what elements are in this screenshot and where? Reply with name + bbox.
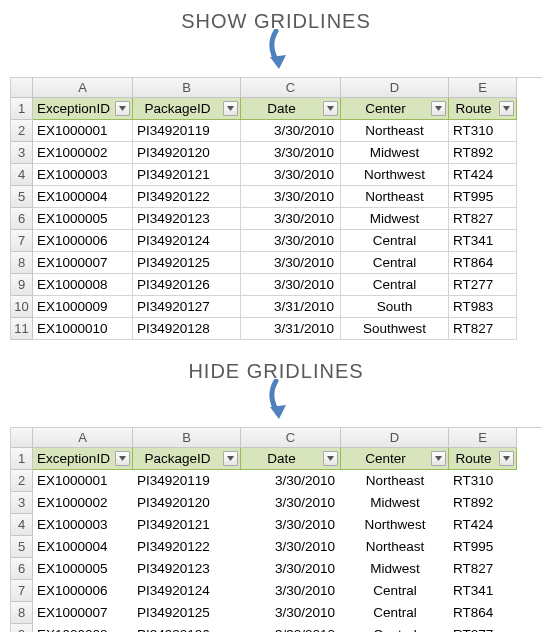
- data-cell[interactable]: RT424: [449, 514, 517, 536]
- row-header[interactable]: 8: [11, 602, 33, 624]
- column-header[interactable]: C: [241, 428, 341, 448]
- data-cell[interactable]: RT277: [449, 274, 517, 296]
- data-cell[interactable]: Southwest: [341, 318, 449, 340]
- row-header[interactable]: 11: [11, 318, 33, 340]
- data-cell[interactable]: PI34920119: [133, 470, 241, 492]
- filter-dropdown-button[interactable]: [323, 451, 338, 466]
- data-cell[interactable]: EX1000006: [33, 580, 133, 602]
- row-header[interactable]: 4: [11, 514, 33, 536]
- data-cell[interactable]: RT277: [449, 624, 517, 632]
- select-all-corner[interactable]: [11, 428, 33, 448]
- data-cell[interactable]: RT983: [449, 296, 517, 318]
- table-header-cell[interactable]: PackageID: [133, 448, 241, 470]
- row-header[interactable]: 3: [11, 142, 33, 164]
- data-cell[interactable]: Northeast: [341, 470, 449, 492]
- data-cell[interactable]: 3/30/2010: [241, 208, 341, 230]
- data-cell[interactable]: RT892: [449, 492, 517, 514]
- data-cell[interactable]: 3/31/2010: [241, 296, 341, 318]
- data-cell[interactable]: 3/30/2010: [241, 252, 341, 274]
- column-header[interactable]: D: [341, 428, 449, 448]
- data-cell[interactable]: EX1000005: [33, 558, 133, 580]
- data-cell[interactable]: 3/30/2010: [241, 164, 341, 186]
- data-cell[interactable]: 3/31/2010: [241, 318, 341, 340]
- row-header[interactable]: 1: [11, 448, 33, 470]
- data-cell[interactable]: EX1000004: [33, 186, 133, 208]
- data-cell[interactable]: Central: [341, 602, 449, 624]
- data-cell[interactable]: EX1000006: [33, 230, 133, 252]
- filter-dropdown-button[interactable]: [499, 451, 514, 466]
- table-header-cell[interactable]: Center: [341, 448, 449, 470]
- data-cell[interactable]: RT827: [449, 208, 517, 230]
- column-header[interactable]: D: [341, 78, 449, 98]
- data-cell[interactable]: Central: [341, 252, 449, 274]
- data-cell[interactable]: Midwest: [341, 142, 449, 164]
- data-cell[interactable]: PI34920124: [133, 230, 241, 252]
- data-cell[interactable]: Central: [341, 580, 449, 602]
- data-cell[interactable]: PI34920123: [133, 558, 241, 580]
- data-cell[interactable]: 3/30/2010: [241, 514, 341, 536]
- data-cell[interactable]: 3/30/2010: [241, 120, 341, 142]
- data-cell[interactable]: EX1000010: [33, 318, 133, 340]
- row-header[interactable]: 9: [11, 274, 33, 296]
- data-cell[interactable]: 3/30/2010: [241, 492, 341, 514]
- column-header[interactable]: E: [449, 78, 517, 98]
- row-header[interactable]: 1: [11, 98, 33, 120]
- data-cell[interactable]: Northwest: [341, 514, 449, 536]
- data-cell[interactable]: South: [341, 296, 449, 318]
- row-header[interactable]: 7: [11, 580, 33, 602]
- data-cell[interactable]: Central: [341, 274, 449, 296]
- data-cell[interactable]: PI34920119: [133, 120, 241, 142]
- data-cell[interactable]: RT310: [449, 120, 517, 142]
- row-header[interactable]: 7: [11, 230, 33, 252]
- data-cell[interactable]: Northwest: [341, 164, 449, 186]
- data-cell[interactable]: RT864: [449, 602, 517, 624]
- data-cell[interactable]: Northeast: [341, 186, 449, 208]
- column-header[interactable]: A: [33, 78, 133, 98]
- select-all-corner[interactable]: [11, 78, 33, 98]
- data-cell[interactable]: 3/30/2010: [241, 536, 341, 558]
- row-header[interactable]: 9: [11, 624, 33, 632]
- table-header-cell[interactable]: PackageID: [133, 98, 241, 120]
- filter-dropdown-button[interactable]: [115, 451, 130, 466]
- data-cell[interactable]: RT424: [449, 164, 517, 186]
- data-cell[interactable]: PI34920120: [133, 492, 241, 514]
- data-cell[interactable]: EX1000007: [33, 252, 133, 274]
- data-cell[interactable]: EX1000002: [33, 492, 133, 514]
- column-header[interactable]: C: [241, 78, 341, 98]
- data-cell[interactable]: EX1000007: [33, 602, 133, 624]
- data-cell[interactable]: Midwest: [341, 208, 449, 230]
- table-header-cell[interactable]: ExceptionID: [33, 448, 133, 470]
- data-cell[interactable]: Central: [341, 230, 449, 252]
- data-cell[interactable]: 3/30/2010: [241, 470, 341, 492]
- row-header[interactable]: 5: [11, 186, 33, 208]
- data-cell[interactable]: EX1000008: [33, 274, 133, 296]
- data-cell[interactable]: Northeast: [341, 536, 449, 558]
- data-cell[interactable]: PI34920122: [133, 536, 241, 558]
- data-cell[interactable]: PI34920120: [133, 142, 241, 164]
- data-cell[interactable]: EX1000003: [33, 514, 133, 536]
- data-cell[interactable]: RT995: [449, 536, 517, 558]
- filter-dropdown-button[interactable]: [223, 451, 238, 466]
- row-header[interactable]: 10: [11, 296, 33, 318]
- data-cell[interactable]: EX1000001: [33, 120, 133, 142]
- data-cell[interactable]: 3/30/2010: [241, 558, 341, 580]
- filter-dropdown-button[interactable]: [431, 451, 446, 466]
- data-cell[interactable]: RT892: [449, 142, 517, 164]
- data-cell[interactable]: RT995: [449, 186, 517, 208]
- row-header[interactable]: 6: [11, 558, 33, 580]
- table-header-cell[interactable]: Route: [449, 98, 517, 120]
- data-cell[interactable]: PI34920126: [133, 624, 241, 632]
- data-cell[interactable]: PI34920125: [133, 252, 241, 274]
- data-cell[interactable]: EX1000003: [33, 164, 133, 186]
- data-cell[interactable]: PI34920126: [133, 274, 241, 296]
- row-header[interactable]: 5: [11, 536, 33, 558]
- data-cell[interactable]: PI34920124: [133, 580, 241, 602]
- data-cell[interactable]: PI34920125: [133, 602, 241, 624]
- column-header[interactable]: E: [449, 428, 517, 448]
- data-cell[interactable]: 3/30/2010: [241, 602, 341, 624]
- data-cell[interactable]: EX1000008: [33, 624, 133, 632]
- filter-dropdown-button[interactable]: [499, 101, 514, 116]
- data-cell[interactable]: PI34920127: [133, 296, 241, 318]
- data-cell[interactable]: RT310: [449, 470, 517, 492]
- data-cell[interactable]: PI34920123: [133, 208, 241, 230]
